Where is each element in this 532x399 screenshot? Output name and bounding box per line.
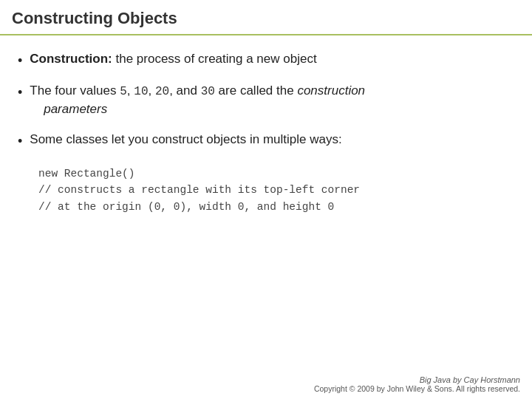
code-line-1: new Rectangle() <box>38 166 514 182</box>
code-block: new Rectangle() // constructs a rectangl… <box>38 166 514 215</box>
bullet-dot-3: • <box>18 132 22 151</box>
bullet-1-label: Construction: <box>30 52 112 66</box>
bullet-2-code3: 20 <box>155 85 169 98</box>
bullet-1-body: the process of creating a new object <box>115 52 316 66</box>
bullet-item-1: • Construction: the process of creating … <box>18 50 514 70</box>
bullet-text-3: Some classes let you construct objects i… <box>30 131 514 149</box>
bullet-text-2: The four values 5, 10, 20, and 30 are ca… <box>30 82 514 119</box>
code-line-2: // constructs a rectangle with its top-l… <box>38 182 514 198</box>
footer-line1: Big Java by Cay Horstmann <box>12 375 520 384</box>
bullet-2-sep1: , <box>127 83 134 98</box>
slide-footer: Big Java by Cay Horstmann Copyright © 20… <box>0 371 532 399</box>
bullet-2-code4: 30 <box>201 85 215 98</box>
bullet-2-code1: 5 <box>120 85 127 98</box>
slide-title: Constructing Objects <box>12 9 177 27</box>
code-line-3: // at the origin (0, 0), width 0, and he… <box>38 199 514 215</box>
bullet-item-3: • Some classes let you construct objects… <box>18 131 514 151</box>
footer-line2: Copyright © 2009 by John Wiley & Sons. A… <box>12 384 520 393</box>
bullet-text-1: Construction: the process of creating a … <box>30 50 514 69</box>
bullet-2-intro: The four values <box>30 83 120 98</box>
slide: Constructing Objects • Construction: the… <box>0 0 532 399</box>
bullet-dot-2: • <box>18 83 22 102</box>
slide-content: • Construction: the process of creating … <box>0 35 532 371</box>
bullet-2-code2: 10 <box>134 85 148 98</box>
bullet-3-body: Some classes let you construct objects i… <box>30 132 341 146</box>
bullet-item-2: • The four values 5, 10, 20, and 30 are … <box>18 82 514 119</box>
bullet-2-after: are called the <box>215 83 298 98</box>
bullet-2-sep2: , <box>148 83 154 98</box>
bullet-2-sep3: , and <box>169 83 201 98</box>
bullet-dot-1: • <box>18 51 22 70</box>
slide-header: Constructing Objects <box>0 0 532 35</box>
